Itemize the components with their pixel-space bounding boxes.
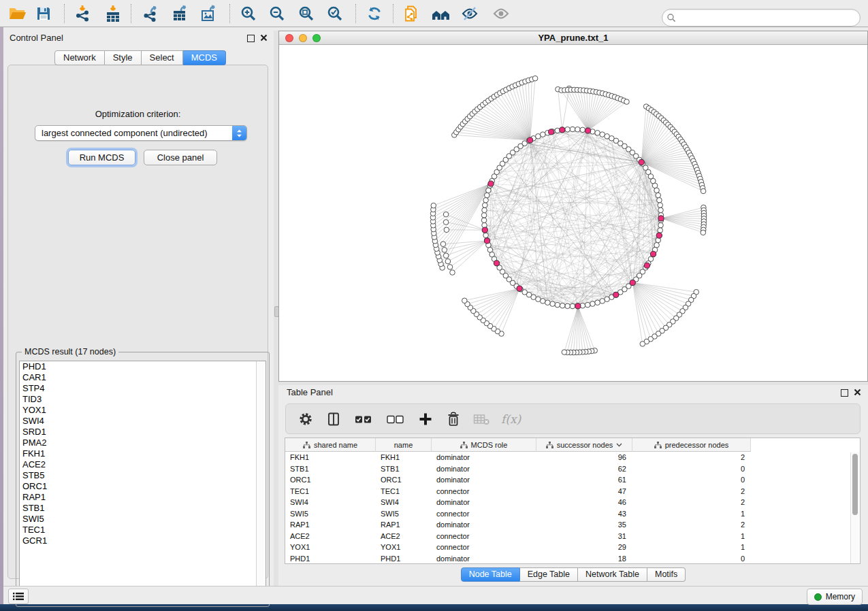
graph-node[interactable] xyxy=(562,350,567,355)
table-row[interactable]: SWI5SWI5connector431 xyxy=(285,508,852,520)
list-item[interactable]: GCR1 xyxy=(20,535,266,546)
graph-node[interactable] xyxy=(483,197,489,203)
search-box[interactable] xyxy=(662,9,861,27)
graph-node[interactable] xyxy=(595,131,600,136)
graph-node[interactable] xyxy=(481,213,487,218)
graph-mcds-node[interactable] xyxy=(517,286,522,291)
tab-motifs[interactable]: Motifs xyxy=(647,567,686,582)
tab-mcds[interactable]: MCDS xyxy=(183,50,226,65)
unselect-all-columns-icon[interactable] xyxy=(385,411,406,427)
run-mcds-button[interactable]: Run MCDS xyxy=(68,150,135,165)
graph-node[interactable] xyxy=(532,76,538,81)
table-row[interactable]: STB1STB1dominator620 xyxy=(285,463,852,475)
graph-node[interactable] xyxy=(570,303,575,309)
graph-node[interactable] xyxy=(486,188,492,193)
column-header-name[interactable]: name xyxy=(376,438,432,452)
list-item[interactable]: STP4 xyxy=(20,383,266,394)
graph-node[interactable] xyxy=(444,227,449,233)
list-item[interactable]: ORC1 xyxy=(20,481,266,492)
graph-mcds-node[interactable] xyxy=(585,128,591,133)
graph-node[interactable] xyxy=(442,248,447,253)
graph-node[interactable] xyxy=(447,265,453,270)
graph-node[interactable] xyxy=(483,203,488,208)
refresh-icon[interactable] xyxy=(362,1,387,26)
graph-node[interactable] xyxy=(580,127,585,133)
list-item[interactable]: SWI4 xyxy=(20,416,266,427)
graph-node[interactable] xyxy=(487,247,493,252)
tab-edge-table[interactable]: Edge Table xyxy=(520,567,578,582)
table-row[interactable]: ORC1ORC1dominator610 xyxy=(285,474,852,486)
graph-node[interactable] xyxy=(445,259,451,264)
graph-node[interactable] xyxy=(575,127,581,132)
graph-node[interactable] xyxy=(565,303,570,309)
list-item[interactable]: RAP1 xyxy=(20,492,266,503)
graph-node[interactable] xyxy=(652,183,658,188)
column-header-mcds-role[interactable]: MCDS role xyxy=(432,438,536,452)
optimization-criterion-select[interactable]: largest connected component (undirected) xyxy=(35,125,247,141)
list-item[interactable]: STB5 xyxy=(20,470,266,481)
table-scrollbar[interactable] xyxy=(850,452,859,563)
graph-node[interactable] xyxy=(440,242,446,247)
graph-mcds-node[interactable] xyxy=(575,303,581,309)
export-network-icon[interactable] xyxy=(139,1,163,26)
table-row[interactable]: TEC1TEC1connector472 xyxy=(285,486,852,497)
graph-node[interactable] xyxy=(657,197,662,203)
table-scrollbar-thumb[interactable] xyxy=(852,454,858,515)
table-row[interactable]: YOX1YOX1connector291 xyxy=(285,542,852,553)
list-item[interactable]: ACE2 xyxy=(20,459,266,470)
close-panel-button[interactable]: Close panel xyxy=(144,150,217,165)
select-all-columns-icon[interactable] xyxy=(353,411,374,427)
graph-mcds-node[interactable] xyxy=(651,251,656,257)
open-icon[interactable] xyxy=(5,1,30,26)
show-columns-icon[interactable] xyxy=(325,411,342,427)
vertical-splitter[interactable] xyxy=(274,31,278,586)
graph-node[interactable] xyxy=(656,193,661,198)
graph-node[interactable] xyxy=(483,233,489,238)
task-history-button[interactable] xyxy=(8,589,29,604)
create-column-plus-icon[interactable] xyxy=(417,411,434,427)
save-icon[interactable] xyxy=(31,1,56,26)
memory-button[interactable]: Memory xyxy=(807,589,863,605)
graph-node[interactable] xyxy=(585,302,590,308)
tab-network[interactable]: Network xyxy=(54,50,105,65)
graph-node[interactable] xyxy=(654,242,660,248)
graph-node[interactable] xyxy=(658,203,663,208)
table-row[interactable]: FKH1FKH1dominator962 xyxy=(285,452,852,463)
import-network-icon[interactable] xyxy=(71,1,95,26)
graph-node[interactable] xyxy=(541,132,546,137)
zoom-out-icon[interactable] xyxy=(265,1,289,26)
mcds-result-list[interactable]: PHD1CAR1STP4TID3YOX1SWI4SRD1PMA2FKH1ACE2… xyxy=(19,361,266,604)
graph-node[interactable] xyxy=(485,193,490,198)
zoom-selected-icon[interactable] xyxy=(323,1,347,26)
graph-node[interactable] xyxy=(595,300,600,306)
zoom-in-icon[interactable] xyxy=(236,1,261,26)
search-input[interactable] xyxy=(680,11,860,24)
tab-style[interactable]: Style xyxy=(105,50,142,65)
close-window-icon[interactable] xyxy=(854,389,861,396)
list-item[interactable]: SRD1 xyxy=(20,427,266,437)
graph-node[interactable] xyxy=(431,203,436,208)
graph-node[interactable] xyxy=(658,208,664,213)
tab-select[interactable]: Select xyxy=(142,50,183,65)
zoom-fit-icon[interactable] xyxy=(294,1,319,26)
tab-network-table[interactable]: Network Table xyxy=(578,567,647,582)
graph-mcds-node[interactable] xyxy=(549,129,554,135)
export-image-icon[interactable] xyxy=(197,1,221,26)
list-item[interactable]: YOX1 xyxy=(20,405,266,416)
export-table-icon[interactable] xyxy=(168,1,193,26)
mcds-list-scrollbar[interactable] xyxy=(256,361,266,603)
graph-mcds-node[interactable] xyxy=(528,137,533,143)
graph-mcds-node[interactable] xyxy=(494,261,499,266)
graph-node[interactable] xyxy=(565,127,570,132)
graph-node[interactable] xyxy=(443,212,449,217)
list-item[interactable]: TID3 xyxy=(20,394,266,405)
graph-mcds-node[interactable] xyxy=(630,280,635,285)
graph-mcds-node[interactable] xyxy=(644,263,649,268)
share-document-icon[interactable] xyxy=(400,1,425,26)
graph-node[interactable] xyxy=(481,218,487,223)
graph-mcds-node[interactable] xyxy=(613,292,619,297)
graph-mcds-node[interactable] xyxy=(658,216,664,221)
graph-node[interactable] xyxy=(658,222,664,228)
graph-node[interactable] xyxy=(570,127,575,132)
table-settings-gear-icon[interactable] xyxy=(298,411,314,427)
